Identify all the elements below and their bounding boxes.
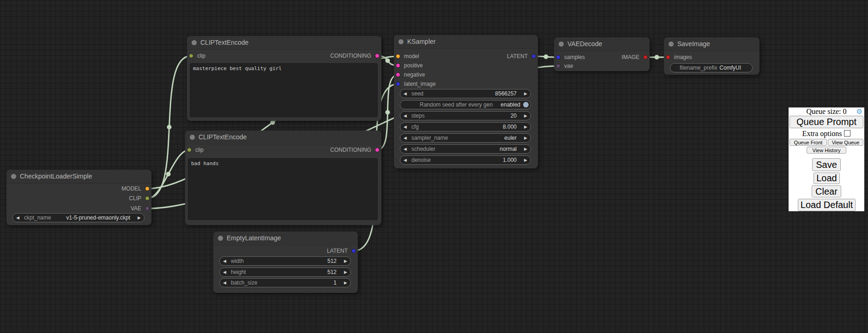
widget-value: v1-5-pruned-emaonly.ckpt <box>66 214 130 222</box>
node-clip_positive[interactable]: CLIPTextEncodeclipCONDITIONINGmasterpiec… <box>187 36 381 121</box>
increment-arrow-icon[interactable]: ▶ <box>344 257 347 265</box>
increment-arrow-icon[interactable]: ▶ <box>524 145 527 153</box>
widget-sampler_name[interactable]: ◀▶sampler_nameeuler <box>400 133 531 143</box>
load-button[interactable]: Load <box>814 172 840 184</box>
queue-front-button[interactable]: Queue Front <box>790 139 827 146</box>
link-midpoint-dot[interactable] <box>166 172 171 177</box>
widget-ckpt_name[interactable]: ◀▶ckpt_namev1-5-pruned-emaonly.ckpt <box>12 213 145 222</box>
load-default-button[interactable]: Load Default <box>798 199 856 211</box>
widget-width[interactable]: ◀▶width512 <box>219 256 351 266</box>
widget-value: 8566257 <box>495 89 517 98</box>
prompt-textarea[interactable]: bad hands <box>188 158 378 220</box>
input-port-positive[interactable] <box>396 63 400 68</box>
output-port-CONDITIONING[interactable] <box>375 148 380 152</box>
decrement-arrow-icon[interactable]: ◀ <box>404 89 407 98</box>
output-port-CONDITIONING[interactable] <box>375 54 380 58</box>
decrement-arrow-icon[interactable]: ◀ <box>404 123 407 131</box>
input-label-negative: negative <box>404 71 425 78</box>
node-title-bar: EmptyLatentImage <box>213 232 358 245</box>
output-port-LATENT[interactable] <box>531 54 536 59</box>
toggle-dot-icon[interactable] <box>523 102 529 107</box>
input-port-samples[interactable] <box>556 55 561 59</box>
input-port-clip[interactable] <box>189 54 193 58</box>
output-label-LATENT: LATENT <box>327 248 348 254</box>
collapse-dot-icon[interactable] <box>398 39 404 44</box>
widget-label: batch_size <box>231 279 257 287</box>
decrement-arrow-icon[interactable]: ◀ <box>404 134 407 142</box>
link-midpoint-dot[interactable] <box>655 55 659 59</box>
widget-value: euler <box>504 134 517 142</box>
widget-filename_prefix[interactable]: filename_prefixComfyUI <box>670 63 753 72</box>
widget-label: cfg <box>411 123 419 131</box>
input-label-clip: clip <box>197 53 205 59</box>
settings-gear-icon[interactable]: ⚙ <box>856 107 862 116</box>
widget-steps[interactable]: ◀▶steps20 <box>400 111 531 120</box>
input-port-clip[interactable] <box>187 148 192 152</box>
decrement-arrow-icon[interactable]: ◀ <box>404 156 407 164</box>
view-queue-button[interactable]: View Queue <box>828 139 863 146</box>
link-midpoint-dot[interactable] <box>386 59 390 63</box>
comfyui-canvas[interactable]: CheckpointLoaderSimpleMODELCLIPVAE◀▶ckpt… <box>0 0 868 333</box>
input-label-latent_image: latent_image <box>404 81 436 87</box>
increment-arrow-icon[interactable]: ▶ <box>524 123 527 131</box>
node-clip_negative[interactable]: CLIPTextEncodeclipCONDITIONINGbad hands <box>185 131 381 225</box>
node-ksampler[interactable]: KSamplermodelpositivenegativelatent_imag… <box>394 35 538 168</box>
increment-arrow-icon[interactable]: ▶ <box>344 268 347 276</box>
link-midpoint-dot[interactable] <box>167 125 172 130</box>
collapse-dot-icon[interactable] <box>11 174 16 179</box>
prompt-textarea[interactable]: masterpiece best quality girl <box>190 63 378 117</box>
decrement-arrow-icon[interactable]: ◀ <box>404 112 407 120</box>
collapse-dot-icon[interactable] <box>192 40 197 45</box>
output-port-LATENT[interactable] <box>351 249 356 253</box>
input-port-model[interactable] <box>396 54 400 59</box>
input-port-vae[interactable] <box>556 64 561 68</box>
output-port-MODEL[interactable] <box>145 186 150 191</box>
input-port-negative[interactable] <box>396 72 400 77</box>
collapse-dot-icon[interactable] <box>218 236 223 241</box>
link-midpoint-dot[interactable] <box>386 110 390 115</box>
view-history-button[interactable]: View History <box>807 147 846 154</box>
increment-arrow-icon[interactable]: ▶ <box>344 279 347 287</box>
widget-denoise[interactable]: ◀▶denoise1.000 <box>400 155 531 165</box>
node-vae_decode[interactable]: VAEDecodesamplesvaeIMAGE <box>554 37 650 71</box>
increment-arrow-icon[interactable]: ▶ <box>524 112 527 120</box>
link-midpoint-dot[interactable] <box>271 120 275 125</box>
collapse-dot-icon[interactable] <box>559 42 564 47</box>
decrement-arrow-icon[interactable]: ◀ <box>223 257 226 265</box>
decrement-arrow-icon[interactable]: ◀ <box>404 145 407 153</box>
extra-options-checkbox[interactable] <box>844 130 850 137</box>
increment-arrow-icon[interactable]: ▶ <box>524 89 527 98</box>
widget-scheduler[interactable]: ◀▶schedulernormal <box>400 144 531 154</box>
widget-cfg[interactable]: ◀▶cfg8.000 <box>400 122 531 131</box>
widget-label: scheduler <box>411 145 435 153</box>
increment-arrow-icon[interactable]: ▶ <box>524 134 527 142</box>
clear-button[interactable]: Clear <box>812 185 841 197</box>
widget-value: 1.000 <box>503 156 517 164</box>
collapse-dot-icon[interactable] <box>190 135 195 140</box>
output-port-CLIP[interactable] <box>145 196 150 201</box>
output-port-VAE[interactable] <box>145 206 150 211</box>
widget-random-seed-after-every-gen[interactable]: Random seed after every genenabled <box>400 100 531 109</box>
decrement-arrow-icon[interactable]: ◀ <box>16 214 19 222</box>
node-empty_latent[interactable]: EmptyLatentImageLATENT◀▶width512◀▶height… <box>213 232 358 293</box>
widget-label: ckpt_name <box>24 214 51 222</box>
node-save_image[interactable]: SaveImageimagesfilename_prefixComfyUI <box>664 37 760 75</box>
widget-seed[interactable]: ◀▶seed8566257 <box>400 89 531 98</box>
output-port-IMAGE[interactable] <box>643 55 648 59</box>
increment-arrow-icon[interactable]: ▶ <box>138 214 141 222</box>
input-port-images[interactable] <box>666 55 670 59</box>
decrement-arrow-icon[interactable]: ◀ <box>223 279 226 287</box>
output-label-CLIP: CLIP <box>129 195 141 202</box>
queue-size-label: Queue size: 0 <box>806 107 846 115</box>
collapse-dot-icon[interactable] <box>669 42 674 47</box>
increment-arrow-icon[interactable]: ▶ <box>524 156 527 164</box>
widget-batch_size[interactable]: ◀▶batch_size1 <box>219 278 351 287</box>
decrement-arrow-icon[interactable]: ◀ <box>223 268 226 276</box>
widget-height[interactable]: ◀▶height512 <box>219 268 351 277</box>
widget-label: width <box>231 257 244 265</box>
input-port-latent_image[interactable] <box>396 82 400 86</box>
queue-prompt-button[interactable]: Queue Prompt <box>790 116 863 128</box>
node-checkpoint[interactable]: CheckpointLoaderSimpleMODELCLIPVAE◀▶ckpt… <box>6 170 151 225</box>
link-midpoint-dot[interactable] <box>544 54 549 59</box>
save-button[interactable]: Save <box>812 158 841 171</box>
